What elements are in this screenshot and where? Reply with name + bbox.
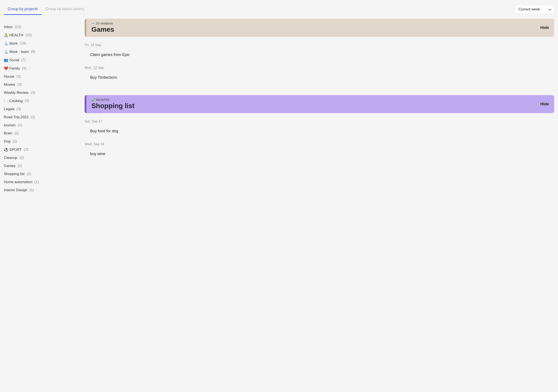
section-header: 👀 Do obadaniaGamesHide xyxy=(85,19,554,37)
sidebar-item-label: Shopping list xyxy=(4,172,25,176)
sidebar: Inbox(23)🚴 HEALTH(22)⚓ Work(19)⚓ Work - … xyxy=(4,19,76,194)
sidebar-item-label: Cleanup xyxy=(4,156,17,160)
sidebar-item-label: tourism xyxy=(4,123,16,127)
sidebar-item[interactable]: ⚓ Work - team(8) xyxy=(4,48,76,56)
sidebar-item-label: Home automation xyxy=(4,180,32,184)
sidebar-item-count: (2) xyxy=(24,148,28,152)
sidebar-item-count: (3) xyxy=(17,107,21,111)
sidebar-item-label: 👥 Social xyxy=(4,58,19,62)
hide-button[interactable]: Hide xyxy=(540,25,549,30)
sidebar-item[interactable]: Home automation(1) xyxy=(4,178,76,186)
sidebar-item[interactable]: ❤️ Family(6) xyxy=(4,64,76,72)
sidebar-item-count: (2) xyxy=(26,172,31,176)
sidebar-item[interactable]: Games(2) xyxy=(4,162,76,170)
sidebar-item-count: (2) xyxy=(18,123,22,127)
sidebar-item[interactable]: tourism(2) xyxy=(4,121,76,129)
sidebar-item-count: (6) xyxy=(22,66,26,71)
sidebar-item[interactable]: Legals(3) xyxy=(4,105,76,113)
task-item[interactable]: Buy Timberborn xyxy=(85,73,554,82)
section-meta: 💸 MAJĄTEK xyxy=(91,98,135,101)
sidebar-item-count: (2) xyxy=(15,131,19,136)
sidebar-item-count: (23) xyxy=(15,25,21,29)
tab-group-by-projects[interactable]: Group by projects xyxy=(4,4,42,15)
sidebar-item-label: Road Trip 2022 xyxy=(4,115,28,119)
sidebar-item[interactable]: Weekly Review(3) xyxy=(4,89,76,97)
sidebar-item-label: Dog xyxy=(4,139,10,144)
sidebar-item-label: ⚓ Work xyxy=(4,41,18,46)
section-title: Games xyxy=(91,26,114,33)
sidebar-item[interactable]: Interior Design(1) xyxy=(4,186,76,194)
sidebar-item[interactable]: Inbox(23) xyxy=(4,23,76,31)
sidebar-item-count: (3) xyxy=(16,74,21,79)
sidebar-item[interactable]: Movies(3) xyxy=(4,81,76,89)
sidebar-item-label: House xyxy=(4,74,14,79)
sidebar-item-label: Legals xyxy=(4,107,15,111)
sidebar-item[interactable]: Road Trip 2022(2) xyxy=(4,113,76,121)
sidebar-item-count: (7) xyxy=(21,58,26,62)
sidebar-item-label: Games xyxy=(4,164,16,168)
sidebar-item[interactable]: House(3) xyxy=(4,72,76,81)
sidebar-item[interactable]: Dog(2) xyxy=(4,137,76,146)
sidebar-item-count: (3) xyxy=(31,91,35,95)
project-section: 💸 MAJĄTEKShopping listHideSat, Sep 17Buy… xyxy=(85,95,554,159)
sidebar-item-count: (22) xyxy=(26,33,32,37)
sidebar-item-count: (1) xyxy=(35,180,39,184)
sidebar-item-label: 🍽️ Cooking xyxy=(4,99,23,103)
chevron-down-icon xyxy=(548,8,551,11)
tab-group-by-labels: Group by labels (soon) xyxy=(42,4,88,15)
sidebar-item[interactable]: Shopping list(2) xyxy=(4,170,76,178)
sidebar-item-label: ❤️ Family xyxy=(4,66,20,71)
sidebar-item[interactable]: ⚓ Work(19) xyxy=(4,39,76,48)
section-title: Shopping list xyxy=(91,102,135,110)
sidebar-item-label: ⚓ Work - team xyxy=(4,50,29,54)
date-label: Sat, Sep 17 xyxy=(85,120,554,123)
sidebar-item-label: Interior Design xyxy=(4,188,27,192)
sidebar-item-label: Brain xyxy=(4,131,12,136)
sidebar-item-count: (2) xyxy=(19,156,24,160)
sidebar-item-count: (1) xyxy=(30,188,34,192)
tab-bar: Group by projects Group by labels (soon) xyxy=(4,4,88,15)
date-group: Fri, 16 SepClaim games from Epic xyxy=(85,43,554,60)
date-group: Mon, 12 SepBuy Timberborn xyxy=(85,66,554,82)
sidebar-item-label: Inbox xyxy=(4,25,13,29)
sidebar-item[interactable]: Cleanup(2) xyxy=(4,154,76,162)
task-item[interactable]: Claim games from Epic xyxy=(85,50,554,60)
sidebar-item-label: 🚴 HEALTH xyxy=(4,33,23,37)
sidebar-item[interactable]: 🚴 HEALTH(22) xyxy=(4,31,76,39)
sidebar-item[interactable]: 👥 Social(7) xyxy=(4,56,76,64)
date-label: Wed, Sep 14 xyxy=(85,142,554,146)
date-group: Sat, Sep 17Buy food for dog xyxy=(85,120,554,136)
sidebar-item-count: (3) xyxy=(25,99,29,103)
sidebar-item-count: (2) xyxy=(31,115,35,119)
project-section: 👀 Do obadaniaGamesHideFri, 16 SepClaim g… xyxy=(85,19,554,82)
main-content: 👀 Do obadaniaGamesHideFri, 16 SepClaim g… xyxy=(85,19,554,194)
sidebar-item-count: (19) xyxy=(20,41,26,46)
date-label: Mon, 12 Sep xyxy=(85,66,554,70)
sidebar-item-count: (8) xyxy=(31,50,35,54)
hide-button[interactable]: Hide xyxy=(540,102,549,106)
sidebar-item-count: (3) xyxy=(17,83,22,87)
task-item[interactable]: Buy food for dog xyxy=(85,126,554,136)
sidebar-item-label: ⚽ SPORT xyxy=(4,148,22,152)
sidebar-item[interactable]: 🍽️ Cooking(3) xyxy=(4,97,76,105)
sidebar-item[interactable]: Brain(2) xyxy=(4,129,76,137)
sidebar-item-label: Movies xyxy=(4,83,15,87)
date-group: Wed, Sep 14buy wine xyxy=(85,142,554,159)
section-header: 💸 MAJĄTEKShopping listHide xyxy=(85,95,554,113)
period-select-value: Current week xyxy=(518,7,540,11)
period-select[interactable]: Current week xyxy=(515,5,554,14)
sidebar-item-label: Weekly Review xyxy=(4,91,28,95)
sidebar-item-count: (2) xyxy=(18,164,22,168)
sidebar-item[interactable]: ⚽ SPORT(2) xyxy=(4,146,76,154)
section-meta: 👀 Do obadania xyxy=(91,22,114,25)
task-item[interactable]: buy wine xyxy=(85,149,554,159)
date-label: Fri, 16 Sep xyxy=(85,43,554,47)
sidebar-item-count: (2) xyxy=(13,139,17,144)
